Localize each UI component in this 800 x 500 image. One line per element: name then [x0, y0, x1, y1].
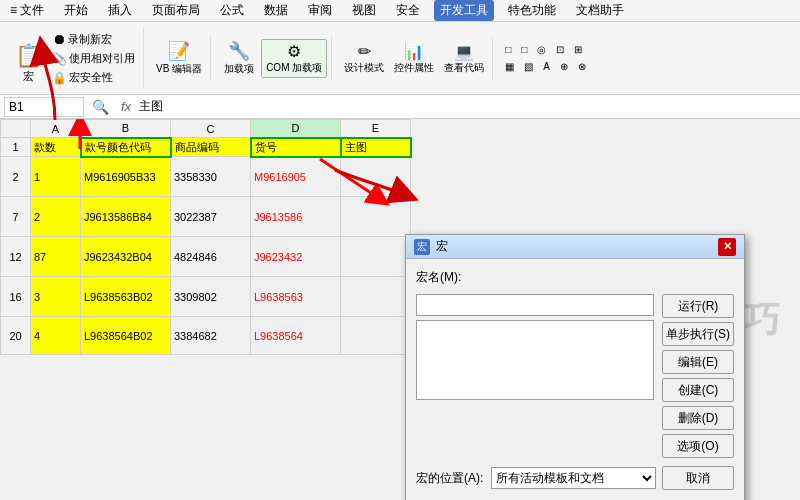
row-num-2: 2 — [1, 157, 31, 197]
step-execute-button[interactable]: 单步执行(S) — [662, 322, 734, 346]
addins-btn[interactable]: 🔧 加载项 — [219, 38, 259, 78]
menu-view[interactable]: 视图 — [346, 0, 382, 21]
dialog-content-area: 运行(R) 单步执行(S) 编辑(E) 创建(C) 删除(D) 选项(O) — [416, 294, 734, 458]
record-macro-btn[interactable]: ⏺ 录制新宏 — [48, 30, 139, 48]
cell-D16[interactable]: L9638563 — [251, 277, 341, 317]
table-row: 2 1 M9616905B33 3358330 M9616905 — [1, 157, 411, 197]
icon-btn-8[interactable]: A — [539, 59, 554, 74]
cell-D2[interactable]: M9616905 — [251, 157, 341, 197]
cell-A16[interactable]: 3 — [31, 277, 81, 317]
location-row: 宏的位置(A): 所有活动模板和文档 取消 — [416, 466, 734, 490]
delete-button[interactable]: 删除(D) — [662, 406, 734, 430]
icon-btn-4[interactable]: ⊡ — [552, 42, 568, 57]
com-addins-btn[interactable]: ⚙ COM 加载项 — [261, 39, 327, 78]
macro-dialog: 宏 宏 ✕ 宏名(M): 运行(R) 单步执行(S) — [405, 234, 745, 500]
cancel-button[interactable]: 取消 — [662, 466, 734, 490]
cell-reference-input[interactable] — [4, 97, 84, 117]
menu-bar: ≡ 文件 开始 插入 页面布局 公式 数据 审阅 视图 安全 开发工具 特色功能… — [4, 0, 630, 21]
cell-D12[interactable]: J9623432 — [251, 237, 341, 277]
menu-security[interactable]: 安全 — [390, 0, 426, 21]
table-row: 16 3 L9638563B02 3309802 L9638563 — [1, 277, 411, 317]
icon-btn-1[interactable]: □ — [501, 42, 515, 57]
cell-D20[interactable]: L9638564 — [251, 317, 341, 355]
row-num-16: 16 — [1, 277, 31, 317]
design-mode-btn[interactable]: ✏ 设计模式 — [340, 40, 388, 77]
icon-btn-7[interactable]: ▧ — [520, 59, 537, 74]
vb-editor-btn[interactable]: 📝 VB 编辑器 — [152, 38, 206, 78]
cell-C20[interactable]: 3384682 — [171, 317, 251, 355]
icon-btn-10[interactable]: ⊗ — [574, 59, 590, 74]
menu-doc-helper[interactable]: 文档助手 — [570, 0, 630, 21]
table-row: 7 2 J9613586B84 3022387 J9613586 — [1, 197, 411, 237]
row-num-20: 20 — [1, 317, 31, 355]
dialog-close-button[interactable]: ✕ — [718, 238, 736, 256]
cell-E1[interactable]: 主图 — [341, 138, 411, 157]
macro-name-label: 宏名(M): — [416, 269, 476, 286]
title-bar: ≡ 文件 开始 插入 页面布局 公式 数据 审阅 视图 安全 开发工具 特色功能… — [0, 0, 800, 22]
cell-C1[interactable]: 商品编码 — [171, 138, 251, 157]
run-button[interactable]: 运行(R) — [662, 294, 734, 318]
cell-E20[interactable] — [341, 317, 411, 355]
control-props-btn[interactable]: 📊 控件属性 — [390, 40, 438, 77]
cell-B1[interactable]: 款号颜色代码 — [81, 138, 171, 157]
dialog-title-bar: 宏 宏 ✕ — [406, 235, 744, 259]
icon-btn-3[interactable]: ◎ — [533, 42, 550, 57]
formula-bar: 🔍 fx — [0, 95, 800, 119]
dialog-right-panel: 运行(R) 单步执行(S) 编辑(E) 创建(C) 删除(D) 选项(O) — [662, 294, 734, 458]
cell-E2[interactable] — [341, 157, 411, 197]
menu-data[interactable]: 数据 — [258, 0, 294, 21]
cell-E16[interactable] — [341, 277, 411, 317]
cell-E12[interactable] — [341, 237, 411, 277]
col-header-D[interactable]: D — [251, 120, 341, 138]
cell-B7[interactable]: J9613586B84 — [81, 197, 171, 237]
relative-ref-btn[interactable]: 📎 使用相对引用 — [48, 50, 139, 67]
macro-name-input[interactable] — [416, 294, 654, 316]
macro-list-textarea[interactable] — [416, 320, 654, 400]
cell-E7[interactable] — [341, 197, 411, 237]
row-num-12: 12 — [1, 237, 31, 277]
search-icon: 🔍 — [88, 99, 113, 115]
col-header-C[interactable]: C — [171, 120, 251, 138]
cell-A1[interactable]: 款数 — [31, 138, 81, 157]
formula-input[interactable] — [139, 100, 796, 114]
cell-B2[interactable]: M9616905B33 — [81, 157, 171, 197]
icon-btn-6[interactable]: ▦ — [501, 59, 518, 74]
cell-C7[interactable]: 3022387 — [171, 197, 251, 237]
cell-D7[interactable]: J9613586 — [251, 197, 341, 237]
table-row: 1 款数 款号颜色代码 商品编码 货号 主图 — [1, 138, 411, 157]
edit-button[interactable]: 编辑(E) — [662, 350, 734, 374]
menu-page-layout[interactable]: 页面布局 — [146, 0, 206, 21]
menu-developer[interactable]: 开发工具 — [434, 0, 494, 21]
cell-A7[interactable]: 2 — [31, 197, 81, 237]
options-button[interactable]: 选项(O) — [662, 434, 734, 458]
cell-B16[interactable]: L9638563B02 — [81, 277, 171, 317]
col-header-A[interactable]: A — [31, 120, 81, 138]
cell-C2[interactable]: 3358330 — [171, 157, 251, 197]
cell-A20[interactable]: 4 — [31, 317, 81, 355]
dialog-left-panel — [416, 294, 654, 458]
macro-security-btn[interactable]: 🔒 宏安全性 — [48, 69, 139, 86]
icon-btn-9[interactable]: ⊕ — [556, 59, 572, 74]
macro-btn[interactable]: 📋 宏 — [10, 43, 46, 86]
menu-start[interactable]: 开始 — [58, 0, 94, 21]
location-select[interactable]: 所有活动模板和文档 — [491, 467, 656, 489]
cell-A12[interactable]: 87 — [31, 237, 81, 277]
cell-D1[interactable]: 货号 — [251, 138, 341, 157]
cell-B12[interactable]: J9623432B04 — [81, 237, 171, 277]
view-code-btn[interactable]: 💻 查看代码 — [440, 40, 488, 77]
menu-features[interactable]: 特色功能 — [502, 0, 562, 21]
menu-formula[interactable]: 公式 — [214, 0, 250, 21]
create-button[interactable]: 创建(C) — [662, 378, 734, 402]
menu-review[interactable]: 审阅 — [302, 0, 338, 21]
menu-insert[interactable]: 插入 — [102, 0, 138, 21]
cell-C16[interactable]: 3309802 — [171, 277, 251, 317]
cell-C12[interactable]: 4824846 — [171, 237, 251, 277]
icon-btn-2[interactable]: □ — [517, 42, 531, 57]
cell-A2[interactable]: 1 — [31, 157, 81, 197]
menu-file[interactable]: ≡ 文件 — [4, 0, 50, 21]
col-header-E[interactable]: E — [341, 120, 411, 138]
icon-btn-5[interactable]: ⊞ — [570, 42, 586, 57]
col-header-B[interactable]: B — [81, 120, 171, 138]
row-num-7: 7 — [1, 197, 31, 237]
cell-B20[interactable]: L9638564B02 — [81, 317, 171, 355]
